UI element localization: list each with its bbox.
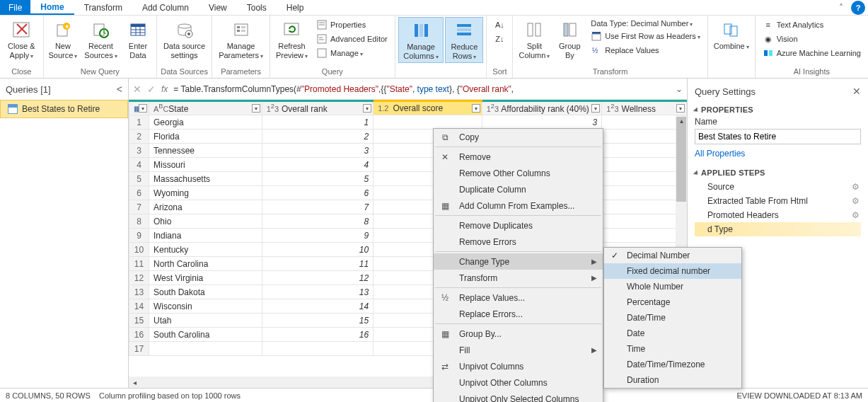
fx-icon[interactable]: fx bbox=[161, 84, 168, 94]
submenu-item[interactable]: Date/Time/Timezone bbox=[604, 357, 741, 372]
context-menu-item[interactable]: Transform▶ bbox=[434, 270, 603, 286]
column-header[interactable]: 123 Wellness▾ bbox=[602, 101, 687, 115]
svg-rect-35 bbox=[424, 24, 428, 37]
applied-step[interactable]: Promoted Headers⚙ bbox=[695, 208, 861, 222]
context-menu-item[interactable]: ½Replace Values... bbox=[434, 289, 603, 306]
cancel-formula-icon[interactable]: ✕ bbox=[133, 84, 141, 95]
submenu-item[interactable]: Percentage bbox=[604, 294, 741, 310]
reduce-rows-button[interactable]: Reduce Rows bbox=[445, 17, 483, 63]
tab-add-column[interactable]: Add Column bbox=[132, 0, 199, 15]
context-menu-item[interactable]: ✕Remove bbox=[434, 149, 603, 165]
help-icon[interactable]: ? bbox=[851, 1, 865, 15]
context-menu-item[interactable]: Remove Other Columns bbox=[434, 165, 603, 181]
svg-rect-23 bbox=[241, 30, 245, 32]
recent-sources-button[interactable]: Recent Sources bbox=[81, 17, 121, 62]
svg-rect-44 bbox=[592, 34, 601, 40]
close-settings-icon[interactable]: ✕ bbox=[852, 86, 861, 97]
vision-button[interactable]: ◉Vision bbox=[760, 33, 864, 45]
applied-step[interactable]: d Type bbox=[695, 222, 861, 236]
menubar: File Home Transform Add Column View Tool… bbox=[0, 0, 868, 16]
column-header[interactable]: 123 Overall rank▾ bbox=[262, 101, 374, 115]
context-menu-item[interactable]: Change Type▶ bbox=[434, 253, 603, 270]
new-source-button[interactable]: ★New Source bbox=[47, 17, 79, 62]
replace-icon: ½ bbox=[438, 293, 452, 303]
combine-button[interactable]: Combine bbox=[711, 17, 752, 52]
properties-button[interactable]: Properties bbox=[313, 18, 390, 31]
column-context-menu: ⧉Copy✕RemoveRemove Other ColumnsDuplicat… bbox=[433, 128, 603, 402]
manage-button[interactable]: Manage bbox=[313, 47, 390, 59]
submenu-item[interactable]: Duration bbox=[604, 372, 741, 388]
gear-icon[interactable]: ⚙ bbox=[852, 182, 860, 192]
tab-tools[interactable]: Tools bbox=[237, 0, 277, 15]
replace-values-button[interactable]: ½Replace Values bbox=[588, 44, 702, 57]
submenu-item[interactable]: Fixed decimal number bbox=[604, 263, 741, 279]
context-menu-item[interactable]: ⧉Copy bbox=[434, 129, 603, 145]
column-header[interactable]: ABC State▾ bbox=[149, 101, 262, 115]
enter-data-button[interactable]: Enter Data bbox=[122, 17, 154, 62]
tab-help[interactable]: Help bbox=[277, 0, 314, 15]
manage-columns-button[interactable]: Manage Columns bbox=[398, 17, 444, 63]
tab-transform[interactable]: Transform bbox=[74, 0, 132, 15]
context-menu-item[interactable]: Unpivot Other Columns bbox=[434, 374, 603, 391]
example-icon: ▦ bbox=[438, 201, 452, 211]
sort-asc-button[interactable]: A↓ bbox=[491, 18, 508, 31]
split-column-button[interactable]: Split Column bbox=[516, 17, 552, 62]
context-menu-item[interactable]: Replace Errors... bbox=[434, 306, 603, 322]
context-menu-item[interactable]: Fill▶ bbox=[434, 342, 603, 358]
query-item[interactable]: Best States to Retire bbox=[0, 100, 128, 118]
svg-rect-37 bbox=[457, 28, 471, 31]
submenu-item[interactable]: Time bbox=[604, 341, 741, 357]
applied-step[interactable]: Extracted Table From Html⚙ bbox=[695, 194, 861, 208]
submenu-item[interactable]: Date/Time bbox=[604, 310, 741, 326]
name-label: Name bbox=[695, 117, 861, 127]
submenu-item[interactable]: Date bbox=[604, 326, 741, 341]
data-source-settings-button[interactable]: Data source settings bbox=[160, 17, 209, 62]
gear-icon[interactable]: ⚙ bbox=[852, 196, 860, 206]
context-menu-item[interactable]: Unpivot Only Selected Columns bbox=[434, 391, 603, 402]
query-name-input[interactable] bbox=[695, 129, 861, 144]
tab-home[interactable]: Home bbox=[30, 0, 74, 15]
refresh-preview-button[interactable]: Refresh Preview bbox=[273, 17, 311, 62]
ribbon-expand-icon[interactable]: ˄ bbox=[834, 0, 848, 15]
expand-formula-icon[interactable]: ⌄ bbox=[676, 84, 683, 94]
context-menu-item[interactable]: ▦Add Column From Examples... bbox=[434, 197, 603, 214]
ribbon: Close & Apply Close ★New Source Recent S… bbox=[0, 16, 868, 79]
tab-view[interactable]: View bbox=[199, 0, 237, 15]
column-header[interactable]: 123 Affordability rank (40%)▾ bbox=[482, 101, 602, 115]
text-analytics-button[interactable]: ≡Text Analytics bbox=[760, 18, 864, 31]
copy-icon: ⧉ bbox=[438, 132, 452, 142]
formula-input[interactable]: = Table.TransformColumnTypes(#"Promoted … bbox=[173, 84, 670, 94]
context-menu-item[interactable]: Remove Duplicates bbox=[434, 217, 603, 234]
submenu-item[interactable]: ✓Decimal Number bbox=[604, 248, 741, 263]
svg-rect-39 bbox=[528, 23, 533, 36]
azure-ml-button[interactable]: Azure Machine Learning bbox=[760, 47, 864, 59]
all-properties-link[interactable]: All Properties bbox=[695, 149, 745, 159]
svg-rect-42 bbox=[569, 23, 576, 36]
context-menu-item[interactable]: Remove Errors bbox=[434, 234, 603, 250]
applied-step[interactable]: Source⚙ bbox=[695, 180, 861, 194]
advanced-editor-button[interactable]: Advanced Editor bbox=[313, 33, 390, 45]
column-header[interactable]: 1.2 Overall score▾ bbox=[374, 101, 482, 115]
close-apply-button[interactable]: Close & Apply bbox=[3, 17, 40, 62]
svg-rect-32 bbox=[318, 49, 326, 57]
svg-rect-49 bbox=[769, 50, 772, 56]
commit-formula-icon[interactable]: ✓ bbox=[147, 84, 156, 95]
gear-icon[interactable]: ⚙ bbox=[852, 210, 860, 220]
group-by-button[interactable]: Group By bbox=[554, 17, 585, 62]
svg-rect-34 bbox=[419, 24, 423, 37]
submenu-item[interactable]: Whole Number bbox=[604, 279, 741, 294]
svg-rect-24 bbox=[284, 23, 299, 35]
context-menu-item[interactable]: ▦Group By... bbox=[434, 326, 603, 342]
use-first-row-button[interactable]: Use First Row as Headers bbox=[588, 30, 702, 42]
collapse-queries-icon[interactable]: < bbox=[117, 84, 122, 95]
sort-desc-button[interactable]: Z↓ bbox=[491, 33, 508, 45]
context-menu-item[interactable]: Duplicate Column bbox=[434, 181, 603, 197]
file-menu[interactable]: File bbox=[0, 0, 30, 15]
table-row[interactable]: 1Georgia13 bbox=[129, 115, 687, 130]
change-type-submenu: ✓Decimal NumberFixed decimal numberWhole… bbox=[603, 247, 742, 389]
row-selector-header[interactable]: ▦▾ bbox=[129, 101, 149, 115]
data-type-button[interactable]: Data Type: Decimal Number bbox=[588, 18, 702, 28]
context-menu-item[interactable]: ⇄Unpivot Columns bbox=[434, 358, 603, 374]
manage-parameters-button[interactable]: Manage Parameters bbox=[215, 17, 267, 62]
table-icon bbox=[8, 104, 18, 114]
